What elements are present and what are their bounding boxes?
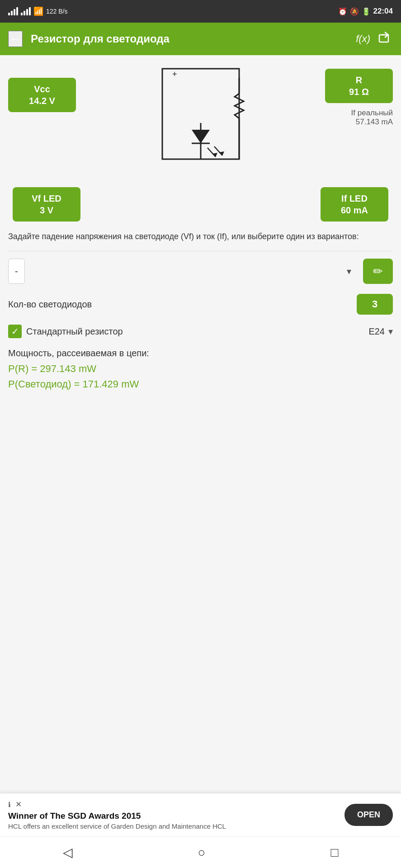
ad-open-button[interactable]: OPEN — [344, 804, 393, 826]
alarm-icon: ⏰ — [338, 7, 347, 16]
led-count-value[interactable]: 3 — [357, 294, 393, 315]
fx-button[interactable]: f(x) — [356, 33, 370, 45]
led-count-label: Кол-во светодиодов — [8, 299, 92, 310]
signal1-icon — [8, 7, 18, 15]
if-real-label: If реальный 57.143 mA — [351, 108, 393, 127]
status-bar: 📶 122 B/s ⏰ 🔕 🔋 22:04 — [0, 0, 401, 23]
status-left: 📶 122 B/s — [8, 6, 67, 16]
wifi-icon: 📶 — [33, 6, 43, 16]
ad-content: ℹ ✕ Winner of The SGD Awards 2015 HCL of… — [8, 800, 344, 830]
time-label: 22:04 — [373, 7, 393, 16]
vcc-button[interactable]: Vcc 14.2 V — [8, 78, 76, 112]
signal2-icon — [21, 7, 31, 15]
led-count-row: Кол-во светодиодов 3 — [8, 294, 393, 315]
standard-resistor-label: Стандартный резистор — [26, 326, 123, 337]
e24-row[interactable]: E24 ▾ — [368, 326, 393, 337]
nav-back-button[interactable]: ◁ — [63, 845, 73, 860]
svg-text:+: + — [172, 70, 177, 79]
bottom-nav: ◁ ○ □ — [0, 836, 401, 868]
status-right: ⏰ 🔕 🔋 22:04 — [338, 7, 393, 16]
ad-info-icon: ℹ — [8, 801, 11, 809]
ad-bar: ℹ ✕ Winner of The SGD Awards 2015 HCL of… — [0, 793, 401, 836]
power-led-label: P(Светодиод) = 171.429 mW — [8, 378, 393, 390]
edit-button[interactable]: ✏ — [363, 259, 393, 284]
circuit-area: Vcc 14.2 V + — [8, 64, 393, 222]
ad-info-row: ℹ ✕ — [8, 800, 344, 809]
power-section: Мощность, рассеиваемая в цепи: P(R) = 29… — [8, 348, 393, 390]
divider — [8, 251, 393, 251]
battery-icon: 🔋 — [362, 7, 371, 16]
back-button[interactable]: ← — [8, 31, 23, 47]
led-type-select-wrap[interactable]: - ▾ — [8, 259, 358, 284]
resistor-row: ✓ Стандартный резистор E24 ▾ — [8, 325, 393, 338]
share-button[interactable] — [378, 31, 393, 47]
description-text: Задайте падение напряжения на светодиоде… — [8, 231, 393, 243]
e24-dropdown-arrow-icon: ▾ — [388, 326, 393, 337]
circuit-diagram: + — [149, 64, 253, 182]
dropdown-arrow-icon: ▾ — [347, 266, 351, 277]
mute-icon: 🔕 — [350, 7, 359, 16]
power-r-label: P(R) = 297.143 mW — [8, 363, 393, 375]
if-button[interactable]: If LED 60 mA — [321, 187, 388, 222]
standard-resistor-checkbox[interactable]: ✓ — [8, 325, 22, 338]
power-title: Мощность, рассеиваемая в цепи: — [8, 348, 393, 359]
r-button[interactable]: R 91 Ω — [325, 69, 393, 103]
nav-recent-button[interactable]: □ — [331, 845, 339, 860]
e24-value: E24 — [368, 326, 385, 337]
ad-close-icon[interactable]: ✕ — [15, 800, 22, 809]
main-content: Vcc 14.2 V + — [0, 55, 401, 403]
edit-icon: ✏ — [373, 264, 383, 278]
checkbox-wrap: ✓ Стандартный резистор — [8, 325, 123, 338]
ad-subtitle: HCL offers an excellent service of Garde… — [8, 822, 344, 830]
top-bar: ← Резистор для светодиода f(x) — [0, 23, 401, 55]
led-type-select[interactable]: - — [8, 259, 25, 284]
ad-title: Winner of The SGD Awards 2015 — [8, 811, 344, 821]
vf-button[interactable]: Vf LED 3 V — [13, 187, 80, 222]
nav-home-button[interactable]: ○ — [198, 845, 206, 860]
speed-label: 122 B/s — [46, 8, 67, 15]
page-title: Резистор для светодиода — [31, 33, 348, 45]
svg-marker-7 — [192, 130, 210, 143]
dropdown-row: - ▾ ✏ — [8, 259, 393, 284]
